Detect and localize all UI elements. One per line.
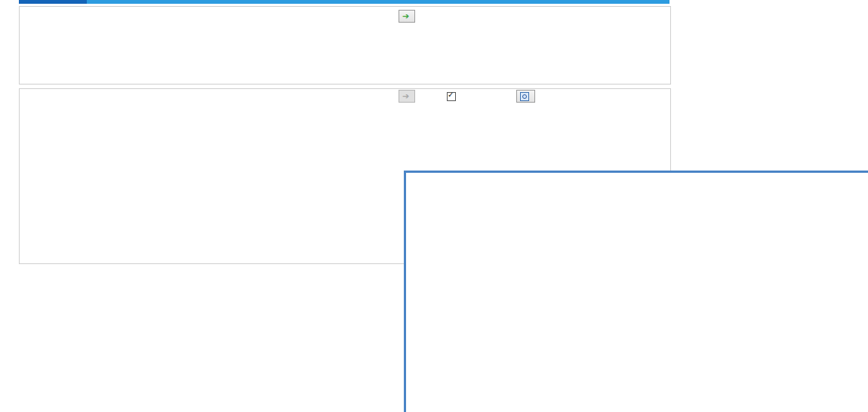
start-to-end-button[interactable]: ➔ (399, 90, 415, 103)
green-arrow-icon: ➔ (402, 12, 409, 20)
unfinished-process-checkbox[interactable] (447, 91, 456, 101)
checkbox-icon[interactable] (447, 92, 456, 101)
filter-icon (520, 92, 529, 101)
window-edge-strip (19, 0, 669, 4)
label-print-preview-panel (404, 171, 868, 412)
filter-by-condition-button[interactable] (516, 90, 535, 103)
gray-arrow-icon: ➔ (402, 92, 409, 100)
pending-start-groupbox: ➔ (19, 6, 671, 85)
init-to-start-button[interactable]: ➔ (399, 10, 415, 23)
